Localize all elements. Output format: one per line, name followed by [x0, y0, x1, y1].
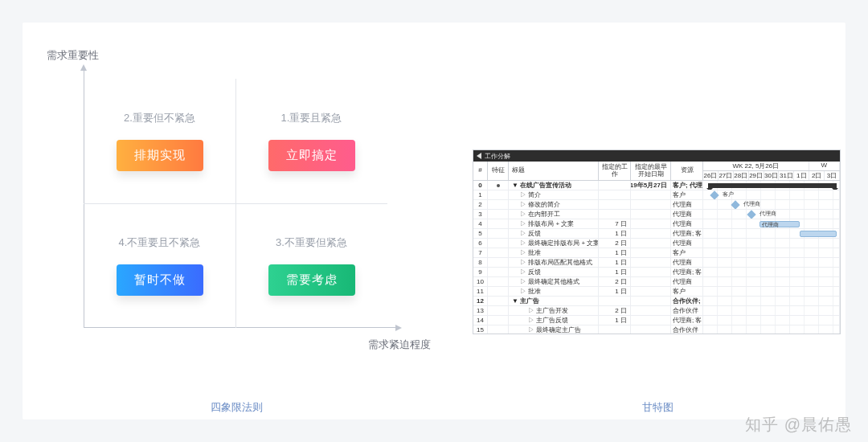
y-axis-label: 需求重要性: [47, 48, 99, 63]
gantt-caption: 甘特图: [473, 400, 842, 415]
table-row[interactable]: 15最终确定主广告合作伙伴: [473, 325, 840, 334]
quadrant-3-label: 3.不重要但紧急: [276, 235, 347, 250]
table-row[interactable]: 2修改的简介代理商代理商: [473, 200, 840, 210]
day-label: 3日: [825, 171, 840, 180]
quadrant-1: 1.重要且紧急 立即搞定: [235, 79, 387, 203]
col-title[interactable]: 标题: [509, 162, 599, 180]
day-label: 31日: [779, 171, 794, 180]
table-row[interactable]: 12主广告合作伙伴;: [473, 297, 840, 306]
quadrant-2: 2.重要但不紧急 排期实现: [84, 79, 235, 203]
col-res[interactable]: 资源: [671, 162, 703, 180]
day-label: 26日: [703, 171, 719, 180]
day-label: 2日: [809, 171, 825, 180]
quadrant-3-button[interactable]: 需要考虑: [268, 264, 355, 296]
table-row[interactable]: 10最终确定其他格式2 日代理商: [473, 277, 840, 287]
table-row[interactable]: 14主广告反馈1 日代理商; 客: [473, 316, 840, 325]
gantt-body: 0在线广告宣传活动2019年5月27日客户; 代理1简介客户客户2修改的简介代理…: [473, 181, 840, 334]
col-trait[interactable]: 特征: [488, 162, 509, 180]
quadrant-caption: 四象限法则: [51, 400, 421, 415]
quadrant-1-label: 1.重要且紧急: [281, 111, 342, 125]
arrow-right-icon: [395, 325, 402, 331]
table-row[interactable]: 5反馈1 日代理商; 客: [473, 229, 840, 239]
table-row[interactable]: 7批准1 日客户: [473, 248, 840, 258]
week-label-1: W: [809, 162, 840, 170]
table-row[interactable]: 4排版布局 + 文案7 日代理商代理商: [473, 219, 840, 229]
gantt-chart: 工作分解 # 特征 标题 指定的工作 指定的最早开始日期 资源 WK 22, 5…: [473, 149, 841, 334]
timeline-days: 26日27日28日29日30日31日1日2日3日: [703, 171, 840, 180]
gantt-topbar-title: 工作分解: [485, 152, 510, 161]
quadrant-4: 4.不重要且不紧急 暂时不做: [84, 203, 235, 328]
quadrant-3: 3.不重要但紧急 需要考虑: [235, 203, 387, 328]
day-label: 28日: [734, 171, 749, 180]
table-row[interactable]: 13主广告开发2 日合作伙伴: [473, 306, 840, 316]
table-row[interactable]: 8排版布局匹配其他格式1 日代理商: [473, 258, 840, 268]
quadrant-1-button[interactable]: 立即搞定: [268, 140, 355, 171]
day-label: 30日: [764, 171, 780, 180]
quadrant-4-button[interactable]: 暂时不做: [117, 264, 203, 296]
table-row[interactable]: 11批准1 日客户: [473, 287, 840, 297]
week-label-0: WK 22, 5月26日: [703, 162, 809, 170]
day-label: 27日: [719, 171, 734, 180]
quadrant-4-label: 4.不重要且不紧急: [119, 235, 201, 250]
gantt-topbar: 工作分解: [473, 150, 840, 162]
back-icon[interactable]: [477, 153, 481, 159]
table-row[interactable]: 0在线广告宣传活动2019年5月27日客户; 代理: [473, 181, 840, 190]
day-label: 29日: [749, 171, 764, 180]
col-work[interactable]: 指定的工作: [599, 162, 631, 180]
quadrant-2-button[interactable]: 排期实现: [117, 140, 203, 171]
axes: 2.重要但不紧急 排期实现 1.重要且紧急 立即搞定 4.不重要且不紧急 暂时不…: [84, 79, 387, 328]
table-row[interactable]: 6最终确定排版布局 + 文案2 日代理商: [473, 239, 840, 248]
arrow-up-icon: [80, 64, 87, 71]
col-est[interactable]: 指定的最早开始日期: [631, 162, 671, 180]
x-axis-label: 需求紧迫程度: [368, 338, 431, 352]
table-row[interactable]: 3在内部开工代理商代理商: [473, 210, 840, 219]
col-index[interactable]: #: [473, 162, 488, 180]
table-row[interactable]: 1简介客户客户: [473, 190, 840, 200]
col-timeline: WK 22, 5月26日 W 26日27日28日29日30日31日1日2日3日: [703, 162, 840, 180]
content-card: 需求重要性 2.重要但不紧急 排期实现 1.重要且紧急 立即搞定 4.不重要且不…: [23, 23, 845, 419]
timeline-weeks: WK 22, 5月26日 W: [703, 162, 840, 171]
table-row[interactable]: 9反馈1 日代理商; 客: [473, 268, 840, 277]
four-quadrant-diagram: 需求重要性 2.重要但不紧急 排期实现 1.重要且紧急 立即搞定 4.不重要且不…: [51, 51, 421, 387]
quadrant-2-label: 2.重要但不紧急: [124, 111, 195, 125]
day-label: 1日: [794, 171, 809, 180]
gantt-header: # 特征 标题 指定的工作 指定的最早开始日期 资源 WK 22, 5月26日 …: [473, 162, 840, 181]
